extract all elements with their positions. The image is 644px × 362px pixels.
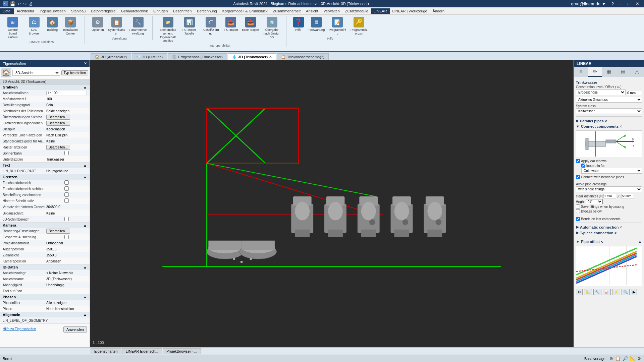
rp-tpiece-header[interactable]: ▶ T-piece connection < [576,230,642,236]
raster-btn[interactable]: Bearbeiten... [46,145,70,150]
help-btn[interactable]: ? [609,1,616,6]
ribbon-btn-systemklassen[interactable]: 📋 Systemklassen [107,16,127,36]
maximize-btn[interactable]: □ [626,1,632,6]
ribbon-btn-elementklassen[interactable]: 📁 Elementklassen und Eigenschaftensätze [158,16,178,43]
rp-pipe-offset-expand[interactable]: ▲ [638,239,642,244]
menu-verwalten[interactable]: Verwalten [321,8,342,14]
section-phasen-header[interactable]: Phasen ▲ [0,294,90,300]
ribbon-btn-klassifizierung[interactable]: 🏷 Klassifizierung [201,16,221,36]
rp-action-btn-5[interactable]: ⚡ [612,289,620,295]
right-tab-edit[interactable]: ✏ [588,67,602,77]
menu-berechnung[interactable]: Berechnung [194,8,219,14]
right-tab-triangle[interactable]: △ [630,67,644,77]
connect-bendable-checkbox[interactable] [576,175,580,179]
tab-trinkwasserschema[interactable]: 📋 Trinkwasserschema(2) [277,53,329,60]
ribbon-btn-hilfe[interactable]: ❓ Hilfe [292,16,305,33]
rp-angle-select[interactable]: 45° 30° 60° [586,199,603,204]
schnittbereich-cb[interactable] [46,217,87,221]
rp-action-btn-4[interactable]: 📊 [603,289,611,295]
menu-linear-werkzeuge[interactable]: LINEAR | Werkzeuge [390,8,430,14]
statusbar-icon-3[interactable]: 🔎 [623,356,628,361]
section-grafiken-header[interactable]: Grafiken ▲ [0,84,90,90]
menu-gebaeude[interactable]: Gebäudetechnik [118,8,151,14]
menu-linear[interactable]: LINEAR [371,8,390,14]
menu-aendern[interactable]: Ändern [430,8,447,14]
bypass-checkbox[interactable] [576,209,580,213]
menu-datei[interactable]: Datei [0,8,14,14]
rp-dist-y-input[interactable] [621,194,634,198]
rp-cold-water-select[interactable]: Cold water [581,168,642,174]
view-type-dropdown[interactable]: 3D-Ansicht [12,70,60,76]
rp-pipe-offset-header[interactable]: ▼ Pipe offset < ▲ [576,239,642,245]
rp-avoid-select[interactable]: with single fittings [576,186,642,192]
ribbon-btn-installation[interactable]: 📦 Installation Center [60,16,80,36]
ueberschreibungen-btn[interactable]: Bearbeiten... [46,115,70,120]
statusbar-icon-4[interactable]: 📐 [630,356,635,361]
menu-koerper[interactable]: Körpermodell & Grundstück [220,8,270,14]
ribbon-btn-control-board[interactable]: ⊞ Control Board ein/aus [3,16,23,40]
rendering-btn[interactable]: Bearbeiten... [46,229,70,234]
tab-3d-trinkwasser[interactable]: 💧 3D (Trinkwasser) ✕ [228,53,276,60]
section-allgemein-header[interactable]: Allgemein ▲ [0,312,90,317]
rp-connect-header[interactable]: ▼ Connect components < [576,124,642,129]
menu-zusatz[interactable]: Zusatzmodule [342,8,371,14]
menu-beton[interactable]: Betonfertigteile [88,8,118,14]
ansichtsmassstab-input[interactable] [46,91,87,95]
hilfe-link[interactable]: Hilfe zu Eigenschaften [3,327,36,331]
ribbon-btn-fernwartung[interactable]: 🖥 Fernwartung [307,16,326,33]
quick-access-undo[interactable]: ↩ [17,1,21,6]
section-id-header[interactable]: ID-Daten ▲ [0,264,90,270]
menu-ing[interactable]: Ingenieurwesen [37,8,68,14]
ribbon-btn-programminfo[interactable]: 📝 Programminfo [327,16,347,36]
rp-offset-input[interactable] [627,91,642,95]
ribbon-btn-ifc-import[interactable]: 📊 IFC-Import-Tabelle [179,16,200,36]
menu-architektur[interactable]: Architektur [14,8,37,14]
rp-system-class-select[interactable]: Kaltwasser [576,108,642,114]
minimize-btn[interactable]: ─ [617,1,624,6]
rp-action-btn-3[interactable]: 🔧 [593,289,601,295]
quick-access-print[interactable]: 🖨 [29,1,33,6]
tab-3d-lueftung[interactable]: 💨 3D (Lüftung) [132,53,167,60]
sonnenbahn-checkbox[interactable] [46,151,87,155]
ribbon-btn-programmlizenzen[interactable]: 🔑 Programmlizenzen [349,16,369,36]
ribbon-btn-uebergabe[interactable]: 🔄 Übergabe nach Design 3D [262,16,282,40]
menu-zusammen[interactable]: Zusammenarbeit [270,8,304,14]
hinterer-schnitt-cb[interactable] [46,198,87,203]
ribbon-btn-excel-export[interactable]: 📤 Excel-Export [241,16,261,33]
ribbon-btn-ifc-import2[interactable]: 📥 IFC-Import [222,16,239,33]
rp-dist-x-input[interactable] [603,194,616,198]
grafikdarstellung-btn[interactable]: Bearbeiten... [46,121,70,126]
rp-action-btn-6[interactable]: 🔍 [622,289,630,295]
beschriftung-cb[interactable] [46,192,87,197]
quick-access-save[interactable]: 💾 [10,1,15,6]
ribbon-btn-optionen[interactable]: ⚙ Optionen [90,16,105,33]
zuschneidebereich-cb[interactable] [46,180,87,185]
right-tab-table[interactable]: ▤ [616,67,630,77]
section-grenzen-header[interactable]: Grenzen ▲ [0,174,90,180]
bottom-tab-eigenschaften[interactable]: Eigenschaften [91,348,121,354]
rp-level-select[interactable]: Erdgeschoss [576,89,626,95]
rp-auto-conn-header[interactable]: ▶ Automatic connection < [576,224,642,230]
tab-erdgeschoss[interactable]: 🏢 Erdgeschoss (Trinkwasser) [168,53,227,60]
gesperrte-cb[interactable] [46,235,87,239]
edit-type-btn[interactable]: Typ bearbeiten [61,70,88,75]
rp-action-btn-7[interactable]: ▶ [631,289,637,295]
right-tab-grid[interactable]: ▦ [602,67,616,77]
looped-checkbox[interactable] [581,164,585,168]
menu-einfuegen[interactable]: Einfügen [151,8,170,14]
right-tab-menu[interactable]: ≡ [574,67,588,77]
apply-ear-checkbox[interactable] [576,159,580,163]
rp-action-btn-2[interactable]: 📐 [584,289,592,295]
statusbar-icon-5[interactable]: ⚙ [637,356,641,361]
close-btn[interactable]: ✕ [634,1,641,6]
save-fittings-checkbox[interactable] [576,204,580,208]
viewport[interactable]: HINTEN N 1 : 100 [90,60,574,347]
menu-beschriften[interactable]: Beschriften [170,8,194,14]
statusbar-icon-1[interactable]: ⊕ [609,356,613,361]
tab-3d-architektur[interactable]: 🏠 3D (Architektur) [91,53,131,60]
zuschneide-sichtbar-cb[interactable] [46,186,87,191]
ribbon-btn-parameterverwaltung[interactable]: 🔧 Parameterverwaltung [128,16,148,36]
ribbon-btn-cad-browser[interactable]: 🗂 CAD Browser [24,16,44,36]
menu-ansicht[interactable]: Ansicht [303,8,321,14]
apply-btn[interactable]: Anwenden [63,326,87,333]
